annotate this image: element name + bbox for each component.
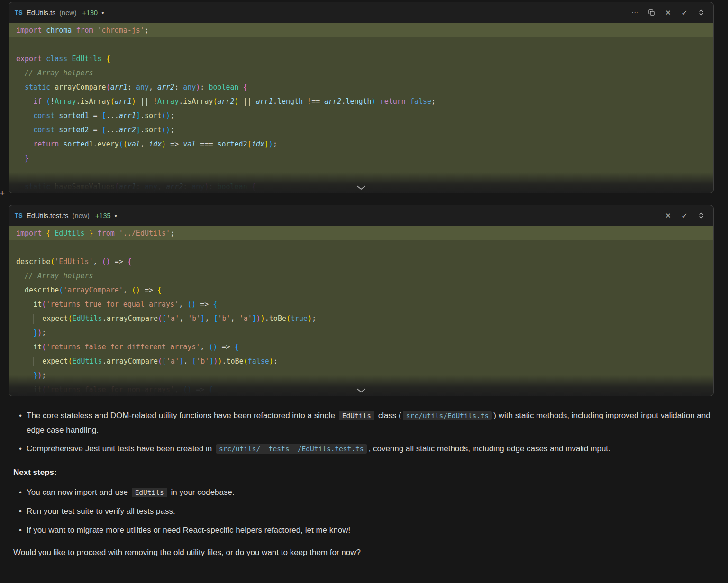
bullet-marker: • bbox=[13, 523, 27, 538]
code-line: // Array helpers bbox=[9, 269, 713, 283]
code-line: const sorted1 = [...arr1].sort(); bbox=[9, 109, 713, 123]
chat-code-response: + TS EdUtils.ts (new) +130 • ⋯ ✕ ✓ bbox=[0, 0, 728, 560]
code-line: // Array helpers bbox=[9, 66, 713, 80]
discard-close-icon[interactable]: ✕ bbox=[662, 6, 674, 19]
text-span: class ( bbox=[376, 411, 401, 420]
typescript-file-icon: TS bbox=[15, 212, 23, 219]
text-span: , covering all static methods, including… bbox=[369, 444, 610, 453]
text-content: Run your test suite to verify all tests … bbox=[27, 504, 175, 519]
copy-icon[interactable] bbox=[645, 6, 658, 19]
bullet-item: •Comprehensive Jest unit tests have been… bbox=[13, 442, 714, 456]
file-name[interactable]: EdUtils.ts bbox=[27, 9, 55, 17]
code-line bbox=[9, 240, 713, 255]
code-panel-edutils-test: TS EdUtils.test.ts (new) +135 • ✕ ✓ impo… bbox=[9, 205, 714, 396]
code-line: describe('EdUtils', () => { bbox=[9, 255, 713, 269]
text-span: You can now import and use bbox=[27, 488, 130, 497]
text-content: Comprehensive Jest unit tests have been … bbox=[27, 442, 610, 456]
bullet-item: •Run your test suite to verify all tests… bbox=[13, 504, 714, 519]
expand-chevron-icon[interactable] bbox=[350, 386, 372, 396]
code-line bbox=[9, 37, 713, 52]
text-span: Comprehensive Jest unit tests have been … bbox=[27, 444, 214, 453]
text-span: in your codebase. bbox=[169, 488, 235, 497]
expand-collapse-icon[interactable] bbox=[695, 209, 708, 222]
code-line bbox=[9, 165, 713, 180]
paragraph: Would you like to proceed with removing … bbox=[13, 546, 714, 560]
code-line: }); bbox=[9, 326, 713, 340]
gutter-plus-icon[interactable]: + bbox=[0, 189, 5, 199]
code-panel-header: TS EdUtils.test.ts (new) +135 • ✕ ✓ bbox=[9, 205, 713, 226]
more-actions-icon[interactable]: ⋯ bbox=[628, 6, 641, 19]
code-line: it('returns false for different arrays',… bbox=[9, 340, 713, 354]
code-line: import { EdUtils } from '../EdUtils'; bbox=[9, 226, 713, 240]
file-name[interactable]: EdUtils.test.ts bbox=[27, 212, 69, 219]
file-path-link[interactable]: src/utils/__tests__/EdUtils.test.ts bbox=[216, 444, 367, 454]
expand-collapse-icon[interactable] bbox=[695, 6, 708, 19]
code-line: if (!Array.isArray(arr1) || !Array.isArr… bbox=[9, 94, 713, 109]
code-panel-edutils: TS EdUtils.ts (new) +130 • ⋯ ✕ ✓ impor bbox=[9, 2, 714, 193]
chat-response-body: •The core stateless and DOM-related util… bbox=[13, 409, 714, 560]
code-line: return sorted1.every((val, idx) => val =… bbox=[9, 137, 713, 151]
file-path-link[interactable]: src/utils/EdUtils.ts bbox=[403, 411, 492, 420]
bullet-marker: • bbox=[13, 504, 27, 519]
bullet-marker: • bbox=[13, 442, 27, 456]
inline-code-chip: EdUtils bbox=[339, 411, 374, 420]
bullet-item: •You can now import and use EdUtils in y… bbox=[13, 485, 714, 500]
code-panel-header: TS EdUtils.ts (new) +130 • ⋯ ✕ ✓ bbox=[9, 2, 713, 23]
code-line: static arrayCompare(arr1: any, arr2: any… bbox=[9, 80, 713, 94]
file-status-badge: (new) bbox=[59, 9, 76, 17]
discard-close-icon[interactable]: ✕ bbox=[662, 209, 674, 222]
additions-count: +135 bbox=[95, 212, 111, 219]
inline-code-chip: EdUtils bbox=[132, 488, 167, 497]
text-content: Next steps: bbox=[13, 468, 57, 477]
text-span: The core stateless and DOM-related utili… bbox=[27, 411, 337, 420]
text-span: Would you like to proceed with removing … bbox=[13, 548, 361, 557]
accept-check-icon[interactable]: ✓ bbox=[678, 6, 691, 19]
code-line: export class EdUtils { bbox=[9, 52, 713, 66]
code-line: } bbox=[9, 151, 713, 165]
bullet-marker: • bbox=[13, 485, 27, 500]
code-line: const sorted2 = [...arr2].sort(); bbox=[9, 123, 713, 137]
text-span: Next steps: bbox=[13, 468, 57, 477]
file-status-badge: (new) bbox=[73, 212, 90, 219]
text-content: Would you like to proceed with removing … bbox=[13, 548, 361, 557]
modified-dot-icon: • bbox=[115, 211, 117, 219]
code-content: import { EdUtils } from '../EdUtils'; de… bbox=[9, 226, 713, 396]
accept-check-icon[interactable]: ✓ bbox=[678, 209, 691, 222]
expand-chevron-icon[interactable] bbox=[350, 183, 372, 193]
bullet-item: •If you want to migrate more utilities o… bbox=[13, 523, 714, 538]
code-line: }); bbox=[9, 368, 713, 383]
code-content: import chroma from 'chroma-js'; export c… bbox=[9, 23, 713, 193]
code-line: import chroma from 'chroma-js'; bbox=[9, 23, 713, 37]
text-span: Run your test suite to verify all tests … bbox=[27, 507, 175, 516]
typescript-file-icon: TS bbox=[15, 9, 23, 16]
additions-count: +130 bbox=[82, 9, 98, 17]
text-content: You can now import and use EdUtils in yo… bbox=[27, 485, 235, 500]
text-span: If you want to migrate more utilities or… bbox=[27, 526, 350, 535]
code-line: it('returns true for equal arrays', () =… bbox=[9, 297, 713, 311]
code-line: expect(EdUtils.arrayCompare(['a'], ['b']… bbox=[9, 354, 713, 368]
bullet-marker: • bbox=[13, 409, 27, 437]
modified-dot-icon: • bbox=[101, 9, 104, 17]
code-line: expect(EdUtils.arrayCompare(['a', 'b'], … bbox=[9, 311, 713, 326]
bullet-item: •The core stateless and DOM-related util… bbox=[13, 409, 714, 437]
text-content: The core stateless and DOM-related utili… bbox=[27, 409, 714, 437]
section-heading: Next steps: bbox=[13, 465, 714, 480]
code-line: describe('arrayCompare', () => { bbox=[9, 283, 713, 297]
text-content: If you want to migrate more utilities or… bbox=[27, 523, 350, 538]
